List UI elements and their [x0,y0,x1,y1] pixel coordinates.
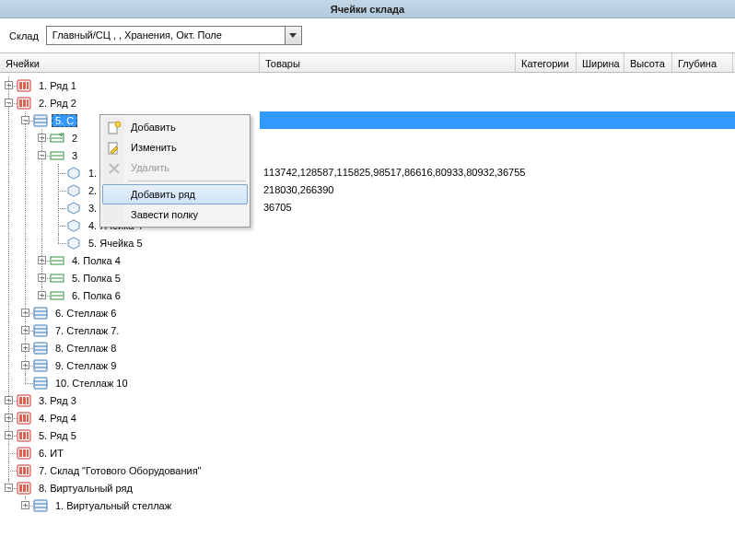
svg-rect-55 [27,467,29,474]
rack-icon [33,342,48,355]
tree-item-row-3[interactable]: + 3. Ряд 3 [0,391,735,409]
expander-icon[interactable]: + [5,81,13,89]
expander-icon[interactable]: + [5,414,13,422]
rack-icon [33,114,48,127]
tree-item-cell-5[interactable]: 5. Ячейка 5 [0,234,735,251]
expander-icon[interactable]: + [21,309,29,317]
col-depth[interactable]: Глубина [672,53,733,72]
tree-item-row-4[interactable]: + 4. Ряд 4 [0,409,735,426]
col-categories[interactable]: Категории [516,53,577,72]
expander-icon[interactable]: + [38,291,46,299]
svg-rect-47 [27,432,29,439]
row-icon [17,412,31,425]
tree-item-shelf-5[interactable]: + 5. Полка 5 [0,269,735,286]
tree-item-rack-10[interactable]: 10. Стеллаж 10 [0,374,735,391]
tree-item-label: 7. Склад "Готового Оборудования" [35,464,205,477]
svg-rect-2 [23,82,26,89]
ctx-item-add-row[interactable]: Добавить ряд [102,184,248,204]
expander-icon[interactable]: − [21,116,29,124]
svg-rect-45 [19,432,22,439]
expander-icon[interactable]: + [38,134,46,142]
expander-icon[interactable]: + [21,501,29,509]
cell-icon [66,184,81,197]
expander-icon[interactable]: + [5,396,13,404]
svg-point-65 [115,122,121,127]
svg-rect-3 [27,82,29,89]
svg-rect-1 [19,82,22,89]
svg-rect-8 [34,115,47,126]
tree-item-row-5[interactable]: + 5. Ряд 5 [0,426,735,444]
tree-item-label: 10. Стеллаж 10 [52,377,132,390]
warehouse-combo-value: Главный/СЦ , , Хранения, Окт. Поле [47,27,285,44]
expander-icon[interactable]: + [38,256,46,264]
goods-value: 36705 [263,199,292,216]
tree-item-label: 8. Стеллаж 8 [52,342,120,355]
row-icon [17,79,31,92]
window-title: Ячейки склада [0,0,735,18]
tree-item-label: 4. Полка 4 [68,254,124,267]
tree-item-shelf-6[interactable]: + 6. Полка 6 [0,286,735,304]
col-height[interactable]: Высота [624,53,672,72]
tree-item-shelf-4[interactable]: + 4. Полка 4 [0,251,735,269]
expander-icon[interactable]: − [5,484,13,492]
tree-item-row-7[interactable]: 7. Склад "Готового Оборудования" [0,461,735,479]
ctx-item-add-shelf[interactable]: Завести полку [102,204,248,225]
delete-icon [107,161,122,176]
tree-item-row-8[interactable]: − 8. Виртуальный ряд [0,479,735,496]
edit-icon [107,141,122,156]
ctx-item-add[interactable]: Добавить [102,117,248,137]
expander-icon[interactable]: − [5,99,13,107]
tree-item-row-6[interactable]: 6. ИТ [0,444,735,461]
tree-item-label: 4. Ряд 4 [35,412,80,425]
expander-icon[interactable]: + [21,326,29,334]
row-icon [17,394,31,407]
expander-icon[interactable]: + [21,361,29,369]
svg-rect-49 [19,449,22,457]
tree-item-label: 5. С [52,114,77,127]
cell-icon [66,237,81,250]
context-menu[interactable]: Добавить Изменить Удалить Добавить ряд З… [99,114,251,228]
svg-rect-27 [34,343,47,354]
ctx-item-edit[interactable]: Изменить [102,137,248,158]
shelf-icon [50,149,64,162]
svg-rect-54 [23,467,26,474]
shelf-icon [50,254,64,267]
tree-item-label: 6. Полка 6 [68,289,124,302]
tree-item-label: 9. Стеллаж 9 [52,359,120,372]
svg-rect-51 [27,449,29,457]
expander-icon[interactable]: + [21,344,29,352]
warehouse-combo[interactable]: Главный/СЦ , , Хранения, Окт. Поле [46,26,302,45]
svg-marker-17 [68,238,79,249]
svg-rect-60 [34,500,47,511]
expander-icon[interactable]: + [5,431,13,439]
svg-rect-58 [23,484,26,492]
tree-item-rack-6[interactable]: + 6. Стеллаж 6 [0,304,735,321]
tree-item-rack-7[interactable]: + 7. Стеллаж 7. [0,321,735,339]
svg-rect-43 [27,414,29,422]
svg-rect-38 [23,397,26,404]
cell-icon [66,219,81,232]
shelf-icon [50,132,64,145]
ctx-item-delete: Удалить [102,158,248,178]
warehouse-combo-button[interactable] [285,27,301,44]
rack-icon [33,499,48,512]
svg-marker-15 [68,203,79,214]
svg-rect-41 [19,414,22,422]
shelf-icon [50,272,64,285]
tree-item-label: 7. Стеллаж 7. [52,324,122,337]
col-width[interactable]: Ширина [577,53,624,72]
tree-item-rack-9[interactable]: + 9. Стеллаж 9 [0,356,735,374]
tree-item-rack-8[interactable]: + 8. Стеллаж 8 [0,339,735,356]
svg-rect-24 [34,325,47,336]
ctx-item-label: Изменить [131,142,177,153]
svg-rect-7 [27,99,29,107]
tree-item-row-2[interactable]: − 2. Ряд 2 [0,94,735,111]
tree-item-row-1[interactable]: + 1. Ряд 1 [0,76,735,94]
expander-icon[interactable]: + [38,274,46,282]
selection-highlight [260,111,735,129]
col-goods[interactable]: Товары [260,53,516,72]
expander-icon[interactable]: − [38,151,46,159]
tree-item-virtual-rack-1[interactable]: + 1. Виртуальный стеллаж [0,496,735,514]
col-cells[interactable]: Ячейки [0,53,260,72]
svg-marker-14 [68,185,79,196]
